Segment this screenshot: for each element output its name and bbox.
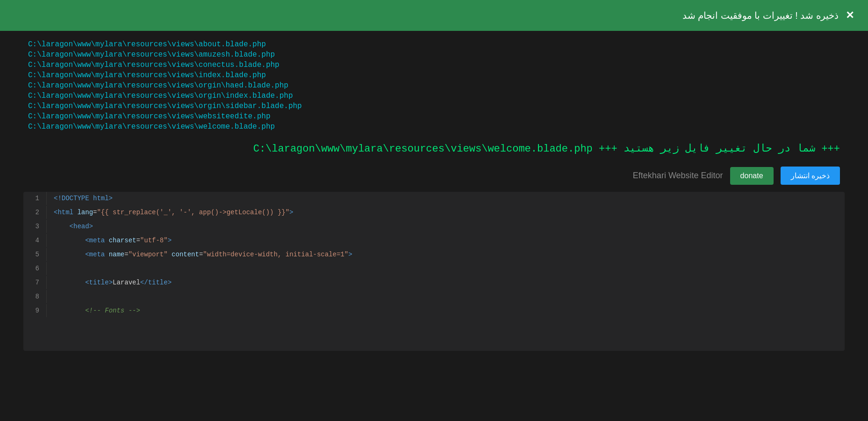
line-code-9: <!-- Fonts --> bbox=[54, 304, 140, 317]
code-content: 1 <!DOCTYPE html> 2 <html lang="{{ str_r… bbox=[23, 192, 845, 318]
current-file-bar: +++ شما در حال تغییر فایل زیر هستید +++ … bbox=[0, 138, 868, 160]
publish-button[interactable]: ذخیره انتشار bbox=[781, 167, 840, 185]
code-line-2: 2 <html lang="{{ str_replace('_', '-', a… bbox=[23, 206, 845, 220]
line-number-9: 9 bbox=[23, 304, 47, 317]
line-number-2: 2 bbox=[23, 206, 47, 219]
line-number-5: 5 bbox=[23, 248, 47, 261]
line-code-3: <head> bbox=[54, 220, 93, 233]
notification-text: ذخیره شد ! تغییرات با موفقیت انجام شد bbox=[682, 10, 839, 21]
file-link-about[interactable]: C:\laragon\www\mylara\resources\views\ab… bbox=[28, 40, 840, 49]
file-link-orgin-index[interactable]: C:\laragon\www\mylara\resources\views\or… bbox=[28, 92, 840, 100]
line-code-1: <!DOCTYPE html> bbox=[54, 192, 113, 205]
code-line-5: 5 <meta name="viewport" content="width=d… bbox=[23, 248, 845, 262]
code-line-8: 8 bbox=[23, 290, 845, 304]
file-link-amuzesh[interactable]: C:\laragon\www\mylara\resources\views\am… bbox=[28, 51, 840, 59]
file-link-websiteedite[interactable]: C:\laragon\www\mylara\resources\views\we… bbox=[28, 112, 840, 121]
donate-button[interactable]: donate bbox=[730, 167, 774, 185]
line-number-1: 1 bbox=[23, 192, 47, 205]
code-line-3: 3 <head> bbox=[23, 220, 845, 234]
file-link-welcome[interactable]: C:\laragon\www\mylara\resources\views\we… bbox=[28, 123, 840, 131]
file-link-orgin-sidebar[interactable]: C:\laragon\www\mylara\resources\views\or… bbox=[28, 102, 840, 110]
line-code-2: <html lang="{{ str_replace('_', '-', app… bbox=[54, 206, 294, 219]
code-editor: 1 <!DOCTYPE html> 2 <html lang="{{ str_r… bbox=[23, 192, 845, 351]
notification-bar: ذخیره شد ! تغییرات با موفقیت انجام شد ✕ bbox=[0, 0, 868, 31]
line-number-3: 3 bbox=[23, 220, 47, 233]
code-line-6: 6 bbox=[23, 262, 845, 276]
file-link-index[interactable]: C:\laragon\www\mylara\resources\views\in… bbox=[28, 71, 840, 80]
code-line-9: 9 <!-- Fonts --> bbox=[23, 304, 845, 318]
line-code-4: <meta charset="utf-8"> bbox=[54, 234, 172, 247]
line-code-7: <title>Laravel</title> bbox=[54, 276, 172, 289]
file-link-orgin-haed[interactable]: C:\laragon\www\mylara\resources\views\or… bbox=[28, 81, 840, 90]
code-line-4: 4 <meta charset="utf-8"> bbox=[23, 234, 845, 248]
notification-close-button[interactable]: ✕ bbox=[846, 9, 854, 22]
file-list: C:\laragon\www\mylara\resources\views\ab… bbox=[0, 31, 868, 138]
toolbar-label: Eftekhari Website Editor bbox=[633, 171, 723, 181]
code-line-7: 7 <title>Laravel</title> bbox=[23, 276, 845, 290]
line-number-8: 8 bbox=[23, 290, 47, 303]
line-code-5: <meta name="viewport" content="width=dev… bbox=[54, 248, 352, 261]
file-link-conectus[interactable]: C:\laragon\www\mylara\resources\views\co… bbox=[28, 61, 840, 69]
line-number-7: 7 bbox=[23, 276, 47, 289]
line-number-6: 6 bbox=[23, 262, 47, 275]
code-line-1: 1 <!DOCTYPE html> bbox=[23, 192, 845, 206]
toolbar: ذخیره انتشار donate Eftekhari Website Ed… bbox=[0, 160, 868, 192]
line-number-4: 4 bbox=[23, 234, 47, 247]
